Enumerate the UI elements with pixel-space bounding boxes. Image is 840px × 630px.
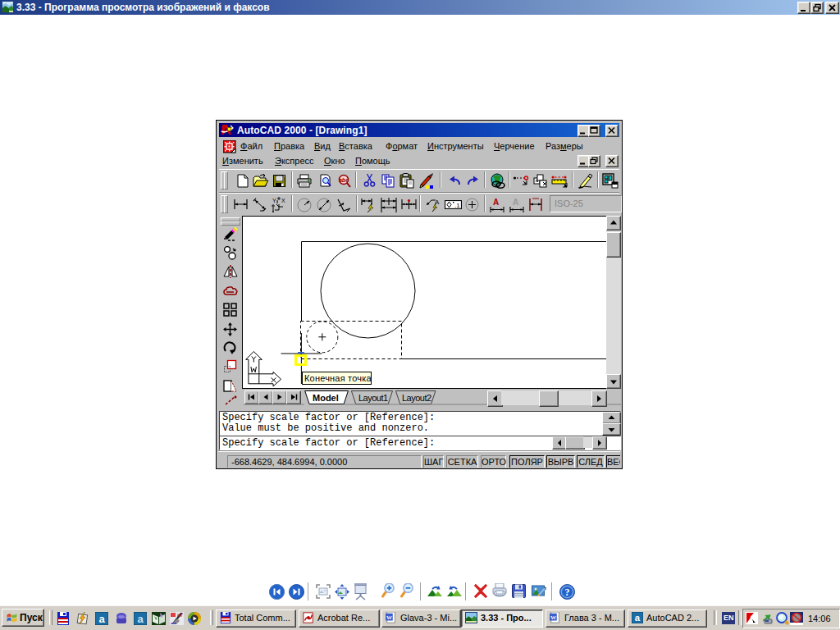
svg-text:a: a xyxy=(98,613,105,625)
svg-text:KV: KV xyxy=(177,613,183,618)
svg-text:W: W xyxy=(550,614,556,621)
svg-text:a: a xyxy=(137,613,144,625)
svg-text:Layout2: Layout2 xyxy=(402,393,431,403)
svg-text:Конечная точка: Конечная точка xyxy=(304,373,372,383)
svg-text:A: A xyxy=(517,199,521,204)
svg-text:anti: anti xyxy=(171,621,176,625)
svg-text:A: A xyxy=(493,198,499,207)
svg-text:abc: abc xyxy=(339,177,349,183)
svg-text:.1: .1 xyxy=(454,202,460,209)
svg-text:a: a xyxy=(635,613,641,623)
svg-text:Layout1: Layout1 xyxy=(358,393,388,403)
svg-text:?: ? xyxy=(565,587,570,598)
svg-text:Y: Y xyxy=(272,198,276,203)
svg-text:W: W xyxy=(386,614,392,621)
svg-text:Model: Model xyxy=(313,393,339,403)
svg-text:X: X xyxy=(281,198,285,203)
